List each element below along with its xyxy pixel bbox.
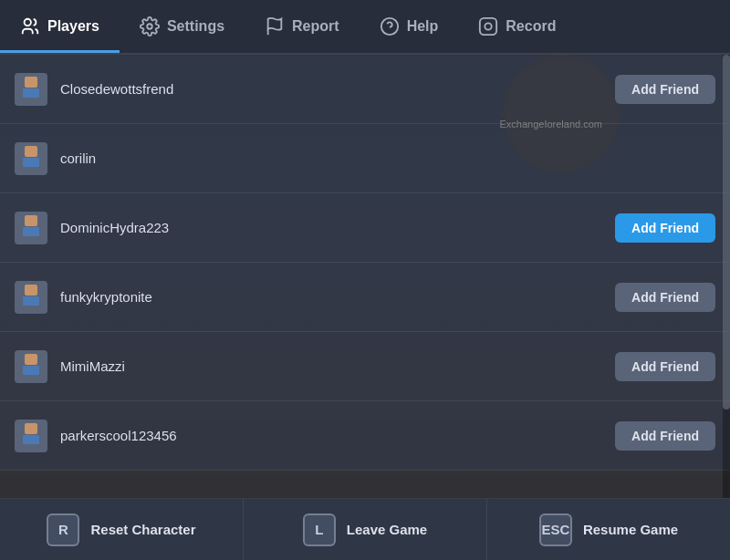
nav-label-settings: Settings xyxy=(167,18,224,35)
player-name: MimiMazzi xyxy=(60,358,615,374)
key-badge: ESC xyxy=(539,513,572,546)
add-friend-button[interactable]: Add Friend xyxy=(615,75,715,104)
player-row[interactable]: corilin xyxy=(0,124,730,193)
svg-point-0 xyxy=(25,19,31,26)
nav-item-record[interactable]: Record xyxy=(458,0,576,53)
svg-point-1 xyxy=(147,24,152,29)
action-label: Reset Character xyxy=(90,522,195,537)
action-btn-resume-game[interactable]: ESCResume Game xyxy=(487,499,730,560)
add-friend-button[interactable]: Add Friend xyxy=(615,213,715,243)
player-name: parkerscool123456 xyxy=(60,428,615,443)
action-bar: RReset CharacterLLeave GameESCResume Gam… xyxy=(0,498,730,560)
player-row[interactable]: parkerscool123456Add Friend xyxy=(0,401,730,471)
avatar xyxy=(15,73,47,106)
player-row[interactable]: MimiMazziAdd Friend xyxy=(0,332,730,401)
svg-rect-5 xyxy=(480,18,496,35)
nav-item-settings[interactable]: Settings xyxy=(120,0,245,53)
player-name: DominicHydra223 xyxy=(60,220,615,235)
avatar xyxy=(15,142,47,175)
player-name: funkykryptonite xyxy=(60,289,615,305)
avatar xyxy=(15,350,47,383)
player-row[interactable]: DominicHydra223Add Friend xyxy=(0,193,730,263)
report-icon xyxy=(265,16,285,36)
add-friend-button[interactable]: Add Friend xyxy=(615,352,715,381)
nav-item-report[interactable]: Report xyxy=(245,0,360,53)
avatar xyxy=(15,420,47,452)
avatar xyxy=(15,212,47,244)
action-label: Resume Game xyxy=(583,522,678,537)
nav-label-help: Help xyxy=(407,18,439,35)
scrollbar-thumb[interactable] xyxy=(723,55,730,410)
player-row[interactable]: ClosedewottsfrendAdd Friend xyxy=(0,55,730,124)
player-name: Closedewottsfrend xyxy=(60,81,615,97)
action-btn-leave-game[interactable]: LLeave Game xyxy=(244,499,487,560)
help-icon xyxy=(380,16,400,36)
main-panel: PlayersSettingsReportHelpRecord Closedew… xyxy=(0,0,730,560)
player-name: corilin xyxy=(60,150,715,166)
players-list[interactable]: ClosedewottsfrendAdd FriendcorilinDomini… xyxy=(0,55,730,498)
scrollbar-track[interactable] xyxy=(723,55,730,498)
player-row[interactable]: funkykryptoniteAdd Friend xyxy=(0,263,730,332)
nav-label-players: Players xyxy=(47,18,99,35)
settings-icon xyxy=(140,16,160,36)
key-badge: L xyxy=(303,513,336,546)
key-badge: R xyxy=(47,513,79,546)
nav-item-help[interactable]: Help xyxy=(360,0,459,53)
nav-bar: PlayersSettingsReportHelpRecord xyxy=(0,0,730,55)
add-friend-button[interactable]: Add Friend xyxy=(615,421,715,451)
add-friend-button[interactable]: Add Friend xyxy=(615,283,715,312)
nav-item-players[interactable]: Players xyxy=(0,0,120,53)
svg-point-6 xyxy=(485,23,492,29)
action-btn-reset-character[interactable]: RReset Character xyxy=(0,499,244,560)
players-icon xyxy=(20,16,40,36)
action-label: Leave Game xyxy=(347,522,427,537)
nav-label-report: Report xyxy=(292,18,339,35)
avatar xyxy=(15,281,47,314)
nav-label-record: Record xyxy=(506,18,556,35)
record-icon xyxy=(478,16,498,36)
